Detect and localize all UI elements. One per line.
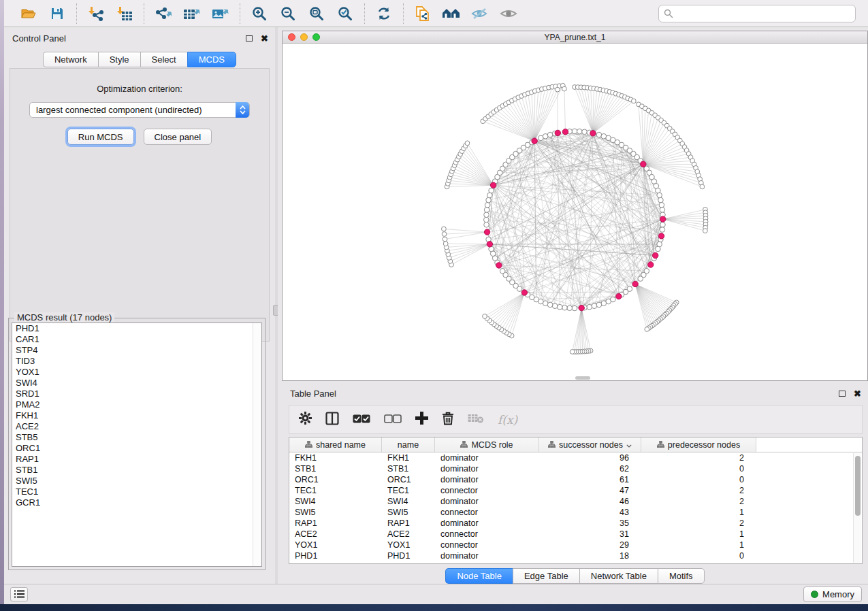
- zoom-out-button[interactable]: [276, 3, 300, 24]
- float-table-panel-icon[interactable]: [839, 391, 846, 397]
- split-view-button[interactable]: [325, 412, 339, 428]
- optimization-criterion-select[interactable]: largest connected component (undirected): [29, 102, 250, 118]
- list-item[interactable]: FKH1: [12, 410, 261, 421]
- table-tab-node-table[interactable]: Node Table: [445, 568, 513, 584]
- table-cell: PHD1: [382, 551, 435, 561]
- table-settings-button[interactable]: [299, 412, 312, 427]
- column-header-name[interactable]: name: [382, 437, 435, 452]
- list-item[interactable]: STB5: [12, 432, 261, 443]
- list-item[interactable]: CAR1: [12, 334, 261, 345]
- table-cell: connector: [435, 486, 539, 495]
- network-window-titlebar[interactable]: YPA_prune.txt_1: [283, 31, 867, 44]
- mcds-result-list[interactable]: PHD1CAR1STP4TID3YOX1SWI4SRD1PMA2FKH1ACE2…: [12, 323, 262, 567]
- table-cell: 1: [641, 529, 756, 539]
- table-cell: 2: [641, 486, 756, 495]
- network-hscrollbar[interactable]: [575, 376, 590, 380]
- table-cell: 43: [539, 508, 641, 517]
- list-item[interactable]: TEC1: [12, 486, 261, 497]
- table-tab-network-table[interactable]: Network Table: [579, 568, 658, 584]
- show-all-button[interactable]: [496, 3, 521, 24]
- delete-column-button[interactable]: [442, 412, 454, 428]
- run-mcds-button[interactable]: Run MCDS: [67, 129, 134, 145]
- zoom-out-icon: [280, 6, 295, 21]
- table-row[interactable]: ORC1ORC1dominator610: [289, 474, 862, 485]
- list-item[interactable]: SRD1: [12, 389, 261, 399]
- list-item[interactable]: PHD1: [12, 323, 261, 334]
- export-image-button[interactable]: [208, 3, 233, 24]
- table-row[interactable]: YOX1YOX1connector291: [289, 540, 862, 550]
- list-item[interactable]: TID3: [12, 356, 261, 367]
- table-row[interactable]: TEC1TEC1connector472: [289, 485, 862, 496]
- import-network-icon: [88, 6, 104, 21]
- column-header-mcds-role[interactable]: MCDS role: [435, 437, 539, 452]
- table-tab-edge-table[interactable]: Edge Table: [513, 568, 579, 584]
- open-file-button[interactable]: [16, 3, 41, 24]
- tab-select[interactable]: Select: [140, 52, 187, 67]
- hide-selected-button[interactable]: [468, 3, 492, 24]
- column-header-predecessor-nodes[interactable]: predecessor nodes: [641, 437, 756, 452]
- search-input[interactable]: [658, 5, 856, 22]
- close-panel-icon[interactable]: ✖: [261, 34, 268, 43]
- select-all-rows-button[interactable]: [353, 414, 370, 426]
- table-row[interactable]: RAP1RAP1dominator352: [289, 518, 862, 529]
- table-cell: 18: [539, 551, 641, 561]
- save-session-button[interactable]: [45, 3, 69, 24]
- list-scrollbar[interactable]: [253, 323, 261, 566]
- zoom-fit-icon: [309, 6, 324, 21]
- duplicate-network-button[interactable]: [411, 3, 435, 24]
- list-item[interactable]: ACE2: [12, 421, 261, 432]
- export-image-icon: [212, 6, 229, 21]
- delete-table-button[interactable]: [468, 413, 484, 427]
- list-item[interactable]: YOX1: [12, 367, 261, 378]
- tab-network[interactable]: Network: [43, 52, 98, 67]
- zoom-fit-button[interactable]: [304, 3, 329, 24]
- table-row[interactable]: SWI5SWI5connector431: [289, 507, 862, 518]
- first-neighbors-button[interactable]: [439, 3, 464, 24]
- list-item[interactable]: SWI5: [12, 476, 261, 486]
- close-table-panel-icon[interactable]: ✖: [854, 389, 861, 398]
- task-history-button[interactable]: [10, 587, 28, 601]
- import-table-button[interactable]: [112, 3, 137, 24]
- table-cell: 2: [641, 518, 756, 528]
- export-table-button[interactable]: [180, 3, 204, 24]
- list-item[interactable]: SWI4: [12, 378, 261, 389]
- list-item[interactable]: GCR1: [12, 497, 261, 508]
- list-item[interactable]: ORC1: [12, 443, 261, 454]
- tab-style[interactable]: Style: [98, 52, 140, 67]
- table-cell: YOX1: [382, 540, 435, 550]
- deselect-all-rows-button[interactable]: [384, 414, 402, 426]
- table-panel-title: Table Panel: [290, 389, 336, 399]
- refresh-layout-button[interactable]: [372, 3, 396, 24]
- list-item[interactable]: STB1: [12, 465, 261, 476]
- table-cell: FKH1: [382, 453, 435, 463]
- export-network-button[interactable]: [151, 3, 176, 24]
- plus-icon: [415, 412, 428, 427]
- table-scrollbar-thumb[interactable]: [855, 456, 861, 516]
- hierarchy-icon: [460, 440, 468, 450]
- column-header-successor-nodes[interactable]: successor nodes: [539, 437, 641, 452]
- list-item[interactable]: RAP1: [12, 454, 261, 465]
- zoom-in-button[interactable]: [247, 3, 272, 24]
- status-bar: Memory: [4, 584, 868, 604]
- table-tab-motifs[interactable]: Motifs: [658, 568, 705, 584]
- function-builder-button[interactable]: f(x): [498, 413, 517, 427]
- add-column-button[interactable]: [415, 412, 428, 427]
- list-item[interactable]: PMA2: [12, 399, 261, 410]
- table-scrollbar[interactable]: [853, 453, 861, 563]
- column-header-shared-name[interactable]: shared name: [289, 437, 382, 452]
- table-row[interactable]: PHD1PHD1dominator180: [289, 550, 862, 561]
- import-network-button[interactable]: [84, 3, 108, 24]
- table-row[interactable]: ACE2ACE2connector311: [289, 529, 862, 540]
- table-row[interactable]: FKH1FKH1dominator962: [289, 452, 862, 463]
- network-canvas[interactable]: [283, 44, 867, 380]
- table-row[interactable]: SWI4SWI4dominator462: [289, 496, 862, 507]
- list-item[interactable]: STP4: [12, 345, 261, 356]
- tab-mcds[interactable]: MCDS: [187, 52, 236, 67]
- memory-button[interactable]: Memory: [803, 587, 862, 602]
- table-cell: ORC1: [382, 475, 435, 484]
- table-row[interactable]: STB1STB1dominator620: [289, 463, 862, 474]
- column-header-filler: [756, 437, 862, 452]
- zoom-selected-button[interactable]: [333, 3, 357, 24]
- float-panel-icon[interactable]: [246, 35, 253, 42]
- close-panel-button[interactable]: Close panel: [144, 129, 212, 145]
